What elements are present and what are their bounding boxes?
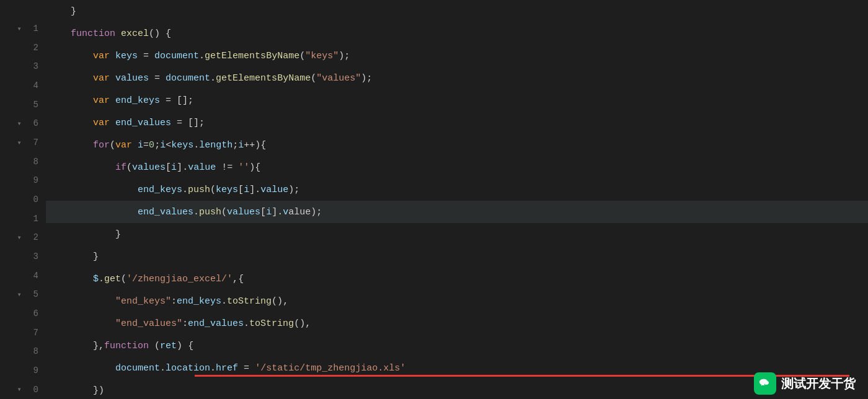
fold-icon[interactable]: ▾: [15, 24, 24, 33]
watermark: 测试开发干货: [694, 368, 868, 399]
line-number: 2: [26, 232, 38, 242]
code-line: },function (ret) {: [46, 335, 868, 357]
gutter-row: 2: [0, 38, 43, 57]
fold-icon[interactable]: ▾: [15, 385, 24, 394]
line-number: 0: [26, 385, 38, 395]
gutter-row: 6: [0, 304, 43, 323]
gutter-row: 1: [0, 209, 43, 228]
fold-icon[interactable]: ▾: [15, 290, 24, 299]
watermark-text: 测试开发干货: [781, 375, 856, 392]
line-number: 7: [26, 138, 38, 147]
line-number: 3: [26, 252, 38, 261]
gutter-row: ▾ 5: [0, 285, 43, 304]
code-line: "end_values":end_values.toString(),: [46, 312, 868, 335]
code-editor: ▾ 1 2 3 4 5 ▾ 6 ▾ 7 8 9 0: [0, 0, 868, 399]
gutter-row: 3: [0, 247, 43, 266]
gutter-row: ▾ 7: [0, 133, 43, 152]
gutter-row: ▾ 1: [0, 19, 43, 38]
gutter-row: 8: [0, 152, 43, 171]
line-number: 1: [26, 214, 38, 224]
code-line: }: [46, 0, 868, 22]
gutter-row: ▾ 6: [0, 114, 43, 133]
code-line: end_keys.push(keys[i].value);: [46, 178, 868, 201]
line-number: 8: [26, 157, 38, 167]
gutter-row: 3: [0, 57, 43, 76]
code-line: }: [46, 223, 868, 245]
line-number: 5: [26, 100, 38, 110]
line-number: 9: [26, 366, 38, 375]
code-line: var end_values = [];: [46, 112, 868, 134]
code-line: }: [46, 245, 868, 268]
code-line: "end_keys":end_keys.toString(),: [46, 290, 868, 312]
gutter-row: 8: [0, 342, 43, 361]
gutter-row: ▾ 0: [0, 380, 43, 399]
gutter-row: 9: [0, 171, 43, 190]
gutter-row: 5: [0, 95, 43, 114]
line-number: 4: [26, 81, 38, 90]
gutter-row: 0: [0, 190, 43, 209]
line-number: 7: [26, 328, 38, 338]
line-number: 3: [26, 61, 38, 71]
code-line: var end_keys = [];: [46, 89, 868, 112]
line-number: 1: [26, 24, 38, 33]
line-number: 9: [26, 175, 38, 185]
line-number: 4: [26, 271, 38, 281]
fold-icon[interactable]: ▾: [15, 233, 24, 242]
code-line: function excel() {: [46, 22, 868, 45]
line-number: 6: [26, 309, 38, 318]
fold-icon[interactable]: ▾: [15, 119, 24, 128]
line-number: 0: [26, 195, 38, 204]
fold-icon[interactable]: ▾: [15, 138, 24, 147]
code-line: end_values.push(values[i].value);: [46, 201, 868, 223]
code-line: $.get('/zhengjiao_excel/',{: [46, 268, 868, 290]
line-numbers-gutter: ▾ 1 2 3 4 5 ▾ 6 ▾ 7 8 9 0: [0, 0, 43, 399]
gutter-row: 4: [0, 266, 43, 285]
line-number: 6: [26, 118, 38, 128]
line-number: 2: [26, 43, 38, 53]
code-content: } function excel() { var keys = document…: [43, 0, 868, 399]
line-number: 8: [26, 346, 38, 356]
gutter-row: 9: [0, 361, 43, 380]
code-line: for(var i=0;i<keys.length;i++){: [46, 134, 868, 156]
code-line: if(values[i].value != ''){: [46, 156, 868, 178]
code-line: var keys = document.getElementsByName("k…: [46, 45, 868, 67]
line-number: 5: [26, 289, 38, 299]
wechat-icon: [754, 372, 776, 395]
gutter-row: [0, 0, 43, 19]
gutter-row: 4: [0, 76, 43, 95]
code-line: var values = document.getElementsByName(…: [46, 67, 868, 89]
gutter-row: ▾ 2: [0, 228, 43, 247]
gutter-row: 7: [0, 323, 43, 342]
